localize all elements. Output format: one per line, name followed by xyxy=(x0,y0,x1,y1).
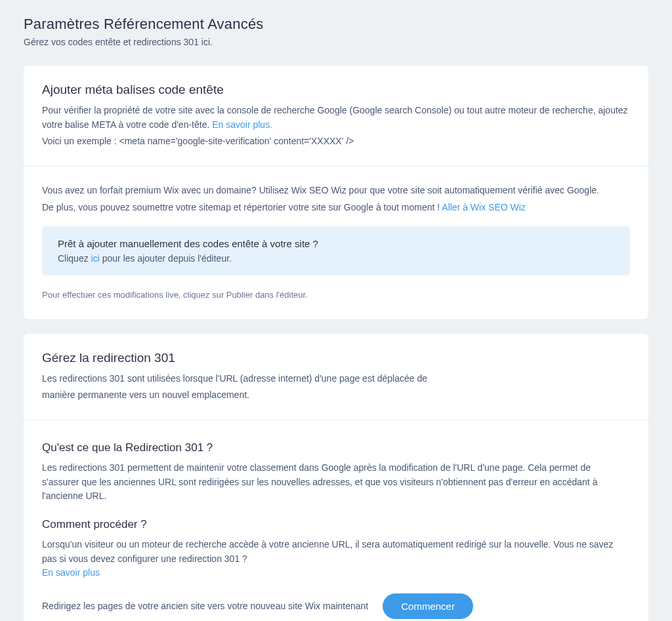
banner-answer-post: pour les ajouter depuis l'éditeur. xyxy=(100,253,232,264)
redirect-block-details: Qu'est ce que la Redirection 301 ? Les r… xyxy=(24,420,648,621)
redirect-desc-line1: Les redirections 301 sont utilisées lors… xyxy=(42,372,630,386)
meta-example-prefix: Voici un exemple : xyxy=(42,136,119,146)
redirect-card: Gérez la redirection 301 Les redirection… xyxy=(24,334,648,621)
meta-example: Voici un exemple : <meta name='google-si… xyxy=(42,134,630,149)
meta-example-code: <meta name='google-site-verification' co… xyxy=(119,136,354,146)
meta-learn-more-link[interactable]: En savoir plus. xyxy=(212,119,272,130)
page-subtitle: Gérez vos codes entête et redirections 3… xyxy=(24,37,648,47)
meta-premium-line1: Vous avez un forfait premium Wix avec un… xyxy=(42,184,630,198)
seo-wiz-link[interactable]: Aller à Wix SEO Wiz xyxy=(442,202,526,212)
meta-tags-card: Ajouter méta balises code entête Pour vé… xyxy=(24,66,648,319)
redirect-cta-text: Redirigez les pages de votre ancien site… xyxy=(42,599,368,614)
meta-tags-block-premium: Vous avez un forfait premium Wix avec un… xyxy=(24,166,648,319)
redirect-what-heading: Qu'est ce que la Redirection 301 ? xyxy=(42,441,630,454)
manual-code-banner: Prêt à ajouter manuellement des codes en… xyxy=(42,226,630,275)
banner-here-link[interactable]: ici xyxy=(91,253,100,264)
meta-tags-heading: Ajouter méta balises code entête xyxy=(42,83,630,97)
redirect-what-desc: Les redirections 301 permettent de maint… xyxy=(42,461,630,504)
redirect-block-intro: Gérez la redirection 301 Les redirection… xyxy=(24,334,648,420)
meta-tags-block-intro: Ajouter méta balises code entête Pour vé… xyxy=(24,66,648,166)
banner-answer-pre: Cliquez xyxy=(58,253,91,264)
meta-tags-desc-text: Pour vérifier la propriété de votre site… xyxy=(42,105,628,130)
page-title: Paramètres Référencement Avancés xyxy=(24,16,648,33)
meta-premium-line2-text: De plus, vous pouvez soumettre votre sit… xyxy=(42,202,442,212)
redirect-heading: Gérez la redirection 301 xyxy=(42,351,630,365)
meta-tags-desc: Pour vérifier la propriété de votre site… xyxy=(42,104,630,132)
redirect-learn-more-link[interactable]: En savoir plus xyxy=(42,567,100,578)
redirect-how-desc: Lorsqu'un visiteur ou un moteur de reche… xyxy=(42,538,630,566)
meta-premium-line2: De plus, vous pouvez soumettre votre sit… xyxy=(42,201,630,215)
start-button[interactable]: Commencer xyxy=(383,593,473,619)
redirect-desc-line2: manière permanente vers un nouvel emplac… xyxy=(42,388,630,403)
banner-answer: Cliquez ici pour les ajouter depuis l'éd… xyxy=(58,253,614,264)
banner-question: Prêt à ajouter manuellement des codes en… xyxy=(58,238,614,249)
redirect-how-heading: Comment procéder ? xyxy=(42,518,630,531)
redirect-cta-row: Redirigez les pages de votre ancien site… xyxy=(42,593,630,619)
meta-footer-note: Pour effectuer ces modifications live, c… xyxy=(42,289,630,302)
